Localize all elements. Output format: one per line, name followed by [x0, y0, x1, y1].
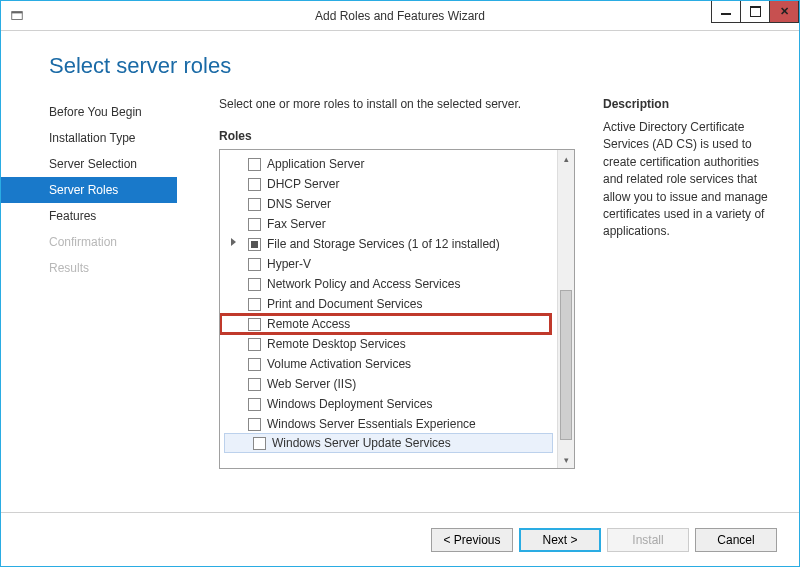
scroll-thumb[interactable] [560, 290, 572, 440]
role-item-remote-desktop-services[interactable]: Remote Desktop Services [220, 334, 557, 354]
scroll-up-button[interactable]: ▴ [558, 150, 574, 167]
wizard-nav: Before You BeginInstallation TypeServer … [1, 97, 177, 512]
role-item-print-and-document-services[interactable]: Print and Document Services [220, 294, 557, 314]
roles-label: Roles [219, 129, 575, 143]
maximize-button[interactable] [740, 1, 770, 23]
role-item-dhcp-server[interactable]: DHCP Server [220, 174, 557, 194]
wizard-body: Select server roles Before You BeginInst… [1, 31, 799, 566]
minimize-button[interactable] [711, 1, 741, 23]
role-checkbox[interactable] [248, 358, 261, 371]
titlebar: Add Roles and Features Wizard [1, 1, 799, 31]
role-item-volume-activation-services[interactable]: Volume Activation Services [220, 354, 557, 374]
center-pane: Select one or more roles to install on t… [177, 97, 589, 512]
prompt-text: Select one or more roles to install on t… [219, 97, 575, 111]
role-item-fax-server[interactable]: Fax Server [220, 214, 557, 234]
window-title: Add Roles and Features Wizard [1, 9, 799, 23]
description-title: Description [603, 97, 779, 111]
role-checkbox[interactable] [248, 298, 261, 311]
content-row: Before You BeginInstallation TypeServer … [1, 97, 799, 512]
role-item-hyper-v[interactable]: Hyper-V [220, 254, 557, 274]
nav-item-server-selection[interactable]: Server Selection [1, 151, 177, 177]
role-item-dns-server[interactable]: DNS Server [220, 194, 557, 214]
role-item-remote-access[interactable]: Remote Access [220, 314, 551, 334]
role-label: Remote Desktop Services [267, 337, 406, 351]
close-button[interactable] [769, 1, 799, 23]
description-body: Active Directory Certificate Services (A… [603, 119, 779, 241]
role-checkbox[interactable] [248, 238, 261, 251]
role-checkbox[interactable] [248, 398, 261, 411]
cancel-button[interactable]: Cancel [695, 528, 777, 552]
nav-item-installation-type[interactable]: Installation Type [1, 125, 177, 151]
role-item-network-policy-and-access-services[interactable]: Network Policy and Access Services [220, 274, 557, 294]
role-checkbox[interactable] [248, 318, 261, 331]
role-checkbox[interactable] [248, 198, 261, 211]
svg-rect-1 [12, 11, 23, 13]
role-label: Windows Server Update Services [272, 436, 451, 450]
role-label: DHCP Server [267, 177, 339, 191]
role-checkbox[interactable] [248, 378, 261, 391]
role-label: Windows Deployment Services [267, 397, 432, 411]
role-label: Web Server (IIS) [267, 377, 356, 391]
role-checkbox[interactable] [248, 278, 261, 291]
nav-item-results: Results [1, 255, 177, 281]
role-checkbox[interactable] [253, 437, 266, 450]
role-label: Hyper-V [267, 257, 311, 271]
nav-item-before-you-begin[interactable]: Before You Begin [1, 99, 177, 125]
role-label: Print and Document Services [267, 297, 422, 311]
role-item-application-server[interactable]: Application Server [220, 154, 557, 174]
role-label: Windows Server Essentials Experience [267, 417, 476, 431]
page-heading: Select server roles [1, 31, 799, 97]
role-item-web-server-iis[interactable]: Web Server (IIS) [220, 374, 557, 394]
role-item-file-and-storage-services-1-of-12-installed[interactable]: File and Storage Services (1 of 12 insta… [220, 234, 557, 254]
scroll-down-button[interactable]: ▾ [558, 451, 574, 468]
role-checkbox[interactable] [248, 338, 261, 351]
install-button: Install [607, 528, 689, 552]
wizard-footer: < Previous Next > Install Cancel [1, 512, 799, 566]
nav-item-features[interactable]: Features [1, 203, 177, 229]
nav-item-server-roles[interactable]: Server Roles [1, 177, 177, 203]
role-checkbox[interactable] [248, 258, 261, 271]
expand-icon[interactable] [231, 238, 236, 246]
role-label: Fax Server [267, 217, 326, 231]
role-checkbox[interactable] [248, 178, 261, 191]
nav-item-confirmation: Confirmation [1, 229, 177, 255]
previous-button[interactable]: < Previous [431, 528, 513, 552]
role-item-windows-deployment-services[interactable]: Windows Deployment Services [220, 394, 557, 414]
wizard-window: Add Roles and Features Wizard Select ser… [0, 0, 800, 567]
role-label: Network Policy and Access Services [267, 277, 460, 291]
description-pane: Description Active Directory Certificate… [589, 97, 779, 512]
role-item-windows-server-essentials-experience[interactable]: Windows Server Essentials Experience [220, 414, 557, 434]
role-label: Volume Activation Services [267, 357, 411, 371]
roles-list-inner: Application ServerDHCP ServerDNS ServerF… [220, 150, 557, 468]
role-checkbox[interactable] [248, 418, 261, 431]
roles-listbox[interactable]: Application ServerDHCP ServerDNS ServerF… [219, 149, 575, 469]
role-checkbox[interactable] [248, 218, 261, 231]
scrollbar-vertical[interactable]: ▴ ▾ [557, 150, 574, 468]
role-item-windows-server-update-services[interactable]: Windows Server Update Services [224, 433, 553, 453]
role-checkbox[interactable] [248, 158, 261, 171]
role-label: DNS Server [267, 197, 331, 211]
role-label: Remote Access [267, 317, 350, 331]
next-button[interactable]: Next > [519, 528, 601, 552]
role-label: Application Server [267, 157, 364, 171]
app-icon [9, 8, 25, 24]
role-label: File and Storage Services (1 of 12 insta… [267, 237, 500, 251]
window-controls [712, 1, 799, 23]
